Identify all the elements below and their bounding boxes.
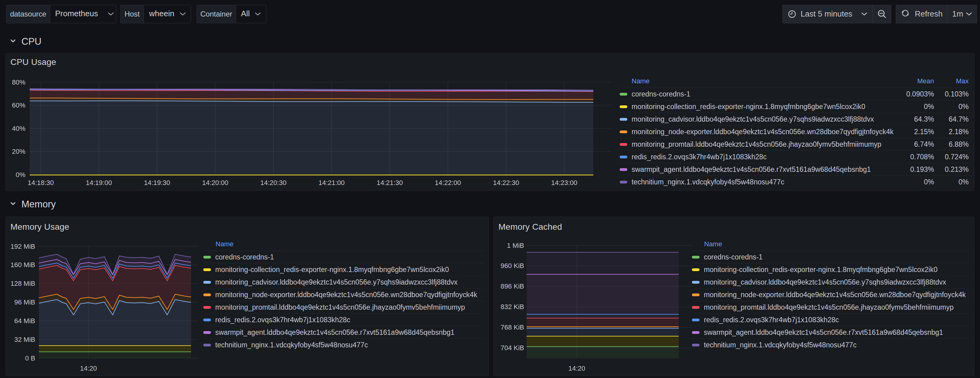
svg-text:80%: 80%	[12, 78, 25, 86]
svg-text:14:20:30: 14:20:30	[260, 179, 286, 187]
svg-text:14:20: 14:20	[80, 365, 97, 372]
svg-text:60%: 60%	[12, 101, 25, 109]
svg-text:704 KiB: 704 KiB	[501, 344, 524, 352]
svg-text:14:22:30: 14:22:30	[493, 179, 519, 187]
svg-text:20%: 20%	[12, 148, 25, 155]
svg-text:14:19:00: 14:19:00	[86, 179, 112, 187]
svg-text:14:21:30: 14:21:30	[377, 179, 403, 187]
svg-text:896 KiB: 896 KiB	[501, 282, 524, 290]
svg-text:14:21:00: 14:21:00	[318, 179, 345, 187]
svg-text:192 MiB: 192 MiB	[10, 242, 35, 250]
svg-text:40%: 40%	[12, 125, 25, 132]
svg-text:64 MiB: 64 MiB	[14, 317, 35, 325]
svg-text:768 KiB: 768 KiB	[501, 324, 524, 331]
svg-text:32 MiB: 32 MiB	[14, 336, 35, 343]
svg-text:128 MiB: 128 MiB	[10, 280, 35, 287]
svg-text:960 KiB: 960 KiB	[501, 262, 524, 270]
svg-text:14:20:00: 14:20:00	[202, 179, 228, 187]
svg-text:160 MiB: 160 MiB	[10, 261, 35, 269]
svg-text:832 KiB: 832 KiB	[501, 303, 524, 311]
svg-text:0%: 0%	[16, 171, 25, 179]
svg-text:14:22:00: 14:22:00	[435, 179, 461, 187]
svg-text:14:23:00: 14:23:00	[551, 179, 578, 187]
svg-text:0 B: 0 B	[25, 354, 35, 362]
svg-text:1 MiB: 1 MiB	[507, 242, 524, 249]
svg-text:14:19:30: 14:19:30	[144, 179, 170, 187]
svg-text:14:20: 14:20	[568, 365, 585, 372]
svg-text:96 MiB: 96 MiB	[14, 298, 35, 306]
svg-text:14:18:30: 14:18:30	[27, 179, 54, 187]
